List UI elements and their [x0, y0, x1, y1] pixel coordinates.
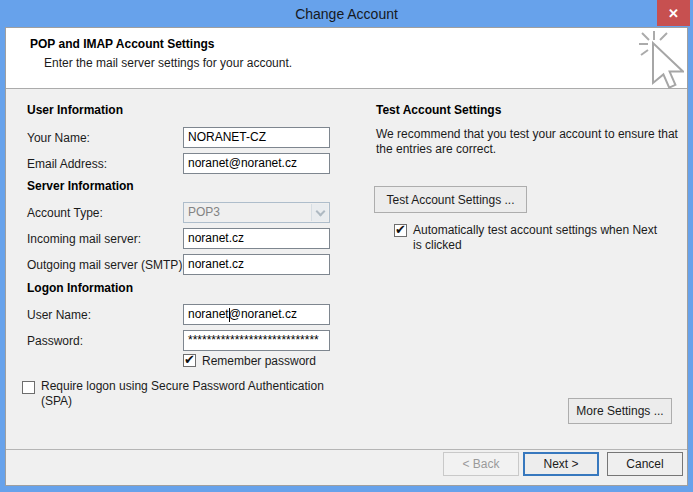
spa-checkbox[interactable] [22, 381, 35, 394]
window-title: Change Account [295, 6, 398, 22]
header-title: POP and IMAP Account Settings [30, 37, 214, 51]
account-type-dropdown[interactable]: POP3 [183, 202, 330, 223]
your-name-input[interactable]: NORANET-CZ [183, 127, 330, 148]
password-label: Password: [27, 334, 83, 348]
dropdown-arrow-area [311, 204, 328, 221]
email-address-value: noranet@noranet.cz [188, 156, 297, 170]
checkmark-icon: ✔ [395, 222, 406, 237]
incoming-server-label: Incoming mail server: [27, 232, 141, 246]
remember-password-checkbox[interactable]: ✔ [183, 354, 196, 367]
back-button-label: < Back [462, 457, 499, 471]
email-address-input[interactable]: noranet@noranet.cz [183, 153, 330, 174]
outgoing-server-label: Outgoing mail server (SMTP): [27, 258, 186, 272]
user-name-label: User Name: [27, 308, 91, 322]
user-name-value: noranet@noranet.cz [188, 307, 297, 321]
outgoing-server-input[interactable]: noranet.cz [183, 254, 330, 275]
more-settings-button-label: More Settings ... [576, 404, 663, 418]
account-type-label: Account Type: [27, 206, 103, 220]
close-icon: ✕ [668, 6, 679, 21]
your-name-label: Your Name: [27, 131, 90, 145]
section-server-information: Server Information [27, 179, 134, 193]
next-button[interactable]: Next > [523, 452, 599, 476]
section-user-information: User Information [27, 103, 123, 117]
test-account-description: We recommend that you test your account … [376, 127, 680, 157]
your-name-value: NORANET-CZ [188, 130, 266, 144]
test-account-settings-button-label: Test Account Settings ... [386, 193, 514, 207]
back-button[interactable]: < Back [443, 452, 519, 476]
outgoing-server-value: noranet.cz [188, 257, 244, 271]
titlebar: Change Account [0, 0, 693, 27]
cancel-button-label: Cancel [626, 457, 663, 471]
more-settings-button[interactable]: More Settings ... [568, 398, 672, 424]
auto-test-label[interactable]: Automatically test account settings when… [413, 223, 661, 253]
footer-divider [6, 449, 687, 450]
header-subtitle: Enter the mail server settings for your … [44, 56, 292, 70]
email-address-label: Email Address: [27, 157, 107, 171]
test-account-settings-button[interactable]: Test Account Settings ... [374, 186, 527, 213]
spa-label[interactable]: Require logon using Secure Password Auth… [41, 379, 343, 409]
incoming-server-input[interactable]: noranet.cz [183, 228, 330, 249]
chevron-down-icon [315, 206, 325, 216]
change-account-dialog: Change Account ✕ POP and IMAP Account Se… [0, 0, 693, 492]
account-type-value: POP3 [188, 205, 220, 219]
incoming-server-value: noranet.cz [188, 231, 244, 245]
section-logon-information: Logon Information [27, 281, 133, 295]
cancel-button[interactable]: Cancel [607, 452, 683, 476]
remember-password-label[interactable]: Remember password [202, 354, 316, 368]
click-spark-cursor-icon [638, 31, 684, 92]
text-caret [229, 308, 230, 322]
next-button-label: Next > [543, 457, 578, 471]
auto-test-checkbox[interactable]: ✔ [394, 224, 407, 237]
password-input[interactable]: **************************** [183, 330, 330, 351]
section-test-account-settings: Test Account Settings [376, 103, 501, 117]
user-name-input[interactable]: noranet@noranet.cz [183, 304, 330, 325]
password-value: **************************** [188, 333, 319, 347]
checkmark-icon: ✔ [184, 352, 195, 367]
close-button[interactable]: ✕ [657, 0, 690, 26]
